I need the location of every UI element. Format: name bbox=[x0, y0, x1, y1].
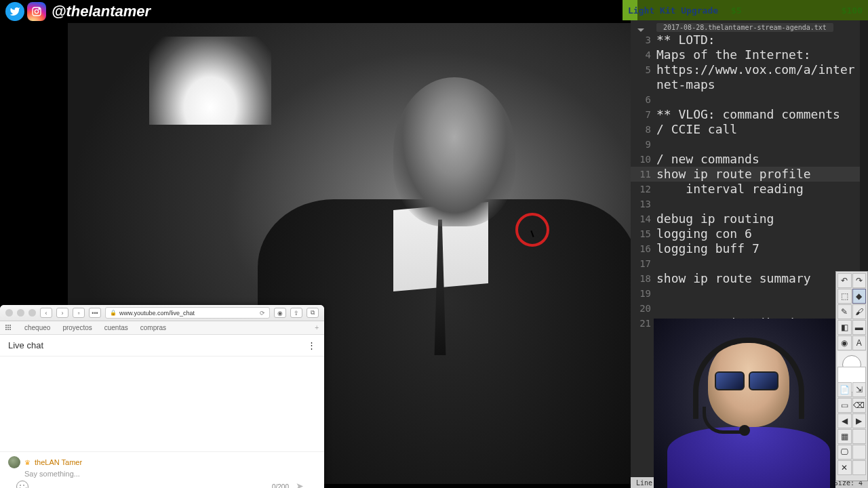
tool-eraser[interactable]: ◧ bbox=[837, 320, 852, 335]
forward-button[interactable]: › bbox=[56, 308, 68, 318]
svg-point-2 bbox=[39, 9, 39, 9]
apps-grid-icon[interactable] bbox=[5, 325, 12, 331]
tool-undo[interactable]: ↶ bbox=[837, 273, 852, 288]
webcam-feed bbox=[654, 319, 835, 488]
sunglasses-icon bbox=[715, 371, 783, 392]
code-line[interactable]: 12 interval reading bbox=[631, 182, 860, 197]
code-line[interactable]: 7** VLOG: command comments bbox=[631, 107, 860, 122]
chat-username: theLAN Tamer bbox=[35, 458, 82, 466]
code-line[interactable]: 5https://www.vox.com/a/internet-maps bbox=[631, 62, 860, 92]
tool-blank[interactable] bbox=[852, 429, 867, 444]
chat-header: Live chat ⋮ bbox=[0, 335, 324, 357]
tool-blank3[interactable] bbox=[852, 460, 867, 475]
bookmarks-bar[interactable]: chequeo proyectos cuentas compras + bbox=[0, 321, 324, 335]
code-line[interactable]: 17 bbox=[631, 256, 860, 271]
address-bar[interactable]: 🔒 www.youtube.com/live_chat ⟳ bbox=[105, 307, 270, 319]
chat-messages[interactable] bbox=[0, 357, 324, 451]
new-tab-icon[interactable]: + bbox=[315, 324, 319, 331]
figure-face bbox=[393, 77, 515, 226]
code-line[interactable]: 11show ip route profile bbox=[631, 167, 860, 182]
tool-stamp[interactable]: ◉ bbox=[837, 336, 852, 350]
chat-user-row: ♛ theLAN Tamer bbox=[8, 456, 316, 468]
tool-screen[interactable]: 🖵 bbox=[837, 445, 852, 460]
bookmark-item[interactable]: compras bbox=[140, 324, 166, 331]
close-icon[interactable] bbox=[5, 309, 13, 317]
tool-blank2[interactable] bbox=[852, 445, 867, 460]
code-line[interactable]: 10/ new commands bbox=[631, 152, 860, 167]
char-counter: 0/200 bbox=[272, 483, 289, 489]
chat-menu-icon[interactable]: ⋮ bbox=[307, 340, 316, 350]
sidebar-button[interactable]: ▫ bbox=[73, 308, 85, 318]
maximize-icon[interactable] bbox=[28, 309, 36, 317]
chat-title: Live chat bbox=[8, 340, 43, 350]
chat-footer: 0/200 ➤ bbox=[8, 478, 316, 488]
code-line[interactable]: 14debug ip routing bbox=[631, 211, 860, 226]
code-line[interactable]: 4Maps of the Internet: bbox=[631, 47, 860, 62]
reload-icon[interactable]: ⟳ bbox=[260, 310, 265, 317]
code-line[interactable]: 6 bbox=[631, 92, 860, 107]
tool-page[interactable]: ▭ bbox=[837, 398, 852, 413]
tool-next[interactable]: ▶ bbox=[852, 413, 867, 428]
tool-delete[interactable]: ⌫ bbox=[852, 398, 867, 413]
tool-import[interactable]: 📄 bbox=[837, 382, 852, 397]
tool-pointer[interactable]: ◆ bbox=[852, 289, 867, 304]
code-line[interactable]: 16logging buff 7 bbox=[631, 241, 860, 256]
instagram-icon[interactable] bbox=[27, 2, 46, 21]
tool-prev[interactable]: ◀ bbox=[837, 413, 852, 428]
owner-badge-icon: ♛ bbox=[24, 459, 31, 466]
code-line[interactable]: 19 bbox=[631, 286, 860, 301]
chat-input[interactable]: Say something... bbox=[24, 470, 316, 478]
editor-dropdown-icon[interactable] bbox=[637, 23, 644, 30]
url-text: www.youtube.com/live_chat bbox=[119, 310, 195, 317]
send-icon[interactable]: ➤ bbox=[296, 481, 308, 488]
browser-window[interactable]: ‹ › ▫ ••• 🔒 www.youtube.com/live_chat ⟳ … bbox=[0, 305, 324, 488]
tool-grid[interactable]: ▦ bbox=[837, 429, 852, 444]
lock-icon: 🔒 bbox=[110, 310, 117, 316]
social-icons: @thelantamer bbox=[0, 0, 156, 24]
code-line[interactable]: 3** LOTD: bbox=[631, 33, 860, 47]
tool-highlighter[interactable]: ▬ bbox=[852, 320, 867, 335]
code-line[interactable]: 18show ip route summary bbox=[631, 271, 860, 286]
bookmark-item[interactable]: proyectos bbox=[62, 324, 92, 331]
tool-text[interactable]: A bbox=[852, 336, 867, 350]
twitter-icon[interactable] bbox=[5, 2, 24, 21]
tabs-button[interactable]: ⧉ bbox=[307, 308, 319, 318]
streamer-body bbox=[667, 427, 830, 488]
lamp-prop bbox=[149, 37, 271, 125]
cursor-highlight-icon bbox=[515, 213, 549, 247]
drawing-toolbox[interactable]: ↶ ↷ ⬚ ◆ ✎ 🖌 ◧ ▬ ◉ A 📄 ⇲ ▭ ⌫ ◀ ▶ ▦ 🖵 ✕ bbox=[835, 271, 868, 481]
tool-redo[interactable]: ↷ bbox=[852, 273, 867, 288]
code-line[interactable]: 13 bbox=[631, 197, 860, 211]
minimize-icon[interactable] bbox=[17, 309, 24, 317]
reader-button[interactable]: ◉ bbox=[274, 308, 286, 318]
bookmark-item[interactable]: chequeo bbox=[24, 324, 50, 331]
stream-header: @thelantamer bbox=[0, 0, 868, 23]
emoji-picker-icon[interactable] bbox=[16, 481, 28, 488]
tool-close[interactable]: ✕ bbox=[837, 460, 852, 475]
social-handle: @thelantamer bbox=[52, 3, 151, 20]
share-button[interactable]: ⇪ bbox=[290, 308, 302, 318]
bookmark-item[interactable]: cuentas bbox=[104, 324, 128, 331]
editor-tab[interactable]: 2017-08-28.thelantamer-stream-agenda.txt bbox=[656, 23, 833, 32]
chat-input-area: ♛ theLAN Tamer Say something... 0/200 ➤ bbox=[0, 451, 324, 488]
code-line[interactable]: 20 bbox=[631, 301, 860, 316]
avatar bbox=[8, 456, 20, 468]
code-line[interactable]: 9 bbox=[631, 137, 860, 152]
svg-point-1 bbox=[35, 9, 38, 13]
code-line[interactable]: 15logging con 6 bbox=[631, 226, 860, 241]
tool-pencil[interactable]: ✎ bbox=[837, 304, 852, 319]
tool-brush[interactable]: 🖌 bbox=[852, 304, 867, 319]
code-line[interactable]: 8/ CCIE call bbox=[631, 122, 860, 137]
menu-button[interactable]: ••• bbox=[89, 308, 101, 318]
tool-select[interactable]: ⬚ bbox=[837, 289, 852, 304]
tool-export[interactable]: ⇲ bbox=[852, 382, 867, 397]
back-button[interactable]: ‹ bbox=[40, 308, 52, 318]
browser-titlebar[interactable]: ‹ › ▫ ••• 🔒 www.youtube.com/live_chat ⟳ … bbox=[0, 305, 324, 321]
